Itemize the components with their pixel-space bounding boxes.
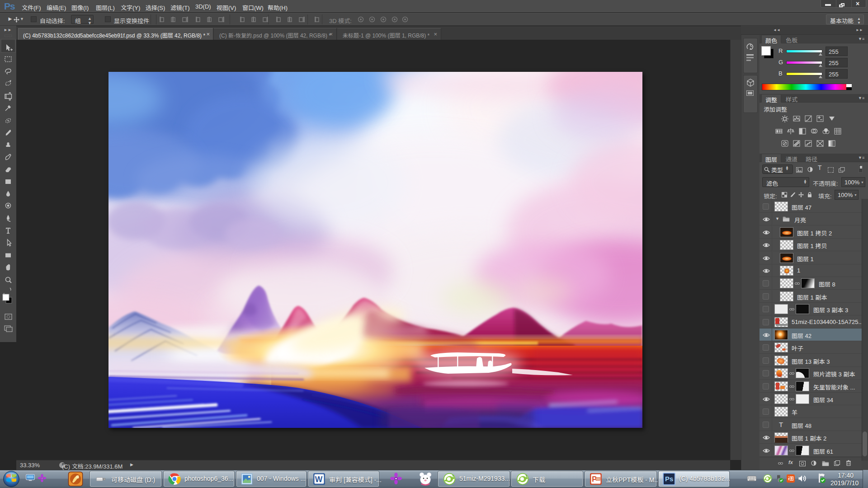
svg-text:W: W [315, 475, 323, 484]
